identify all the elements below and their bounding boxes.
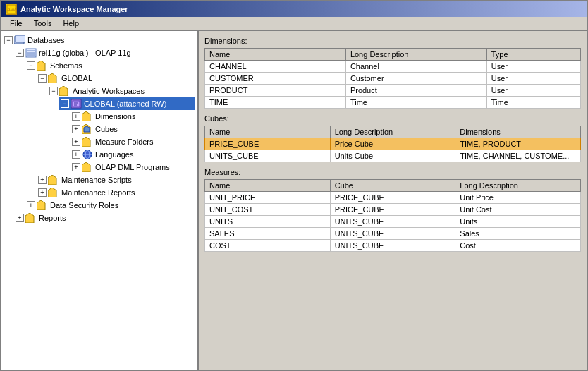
table-row[interactable]: CUSTOMER Customer User xyxy=(205,73,581,85)
cell-name: UNITS_CUBE xyxy=(205,150,331,162)
cell-desc: Time xyxy=(345,97,486,109)
expander-cubes[interactable]: + xyxy=(72,125,80,133)
schemas-icon xyxy=(37,60,48,71)
expander-dimensions[interactable]: + xyxy=(72,112,80,121)
measure-folders-icon xyxy=(82,136,93,147)
svg-rect-3 xyxy=(16,35,25,42)
cell-dims: TIME, PRODUCT xyxy=(455,138,581,150)
expander-databases[interactable]: − xyxy=(4,36,13,44)
tree-node-data-security[interactable]: + Data Security Roles xyxy=(25,199,195,212)
dimensions-section: Dimensions: Name Long Description Type C… xyxy=(204,37,581,109)
menu-help[interactable]: Help xyxy=(57,18,85,29)
reports-icon xyxy=(25,212,37,224)
table-row[interactable]: UNIT_PRICE PRICE_CUBE Unit Price xyxy=(205,192,581,204)
cell-desc: Channel xyxy=(345,61,486,73)
measures-section: Measures: Name Cube Long Description UNI… xyxy=(204,168,581,252)
expander-rel11g[interactable]: − xyxy=(16,49,24,57)
cell-type: Time xyxy=(486,97,580,109)
expander-measure-folders[interactable]: + xyxy=(72,138,80,146)
svg-marker-8 xyxy=(37,61,45,71)
main-window: AW Analytic Workspace Manager File Tools… xyxy=(0,0,588,371)
cubes-header-row: Name Long Description Dimensions xyxy=(205,126,581,138)
cell-cube: UNITS_CUBE xyxy=(330,216,455,228)
expander-maintenance-reports[interactable]: + xyxy=(38,188,47,197)
cubes-col-name: Name xyxy=(205,126,331,138)
measures-col-name: Name xyxy=(205,180,331,192)
dimensions-title: Dimensions: xyxy=(204,37,581,45)
right-panel: Dimensions: Name Long Description Type C… xyxy=(199,31,587,370)
table-row[interactable]: UNIT_COST PRICE_CUBE Unit Cost xyxy=(205,204,581,216)
svg-marker-19 xyxy=(82,137,90,147)
cell-name: SALES xyxy=(205,228,331,240)
expander-maintenance-scripts[interactable]: + xyxy=(38,176,47,184)
label-global-attached: GLOBAL (attached RW) xyxy=(84,99,166,108)
menu-file[interactable]: File xyxy=(4,18,28,29)
svg-marker-23 xyxy=(82,162,90,172)
table-row[interactable]: PRODUCT Product User xyxy=(205,85,581,97)
cell-dims: TIME, CHANNEL, CUSTOME... xyxy=(455,150,581,162)
cell-desc: Units xyxy=(455,216,581,228)
tree-node-dimensions[interactable]: + Dimensions xyxy=(71,110,195,123)
svg-marker-24 xyxy=(48,175,56,185)
tree-node-rel11g[interactable]: − rel11g (global) - OLAP 11g xyxy=(14,47,195,59)
data-security-icon xyxy=(37,200,48,211)
expander-global[interactable]: − xyxy=(38,74,47,83)
table-row[interactable]: TIME Time Time xyxy=(205,97,581,109)
tree-node-cubes[interactable]: + Cubes xyxy=(71,123,195,135)
tree-node-reports[interactable]: + Reports xyxy=(14,212,195,224)
expander-analytic-workspaces[interactable]: − xyxy=(49,87,58,95)
tree-node-maintenance-reports[interactable]: + Maintenance Reports xyxy=(37,186,195,199)
languages-icon xyxy=(82,149,93,160)
table-row[interactable]: UNITS_CUBE Units Cube TIME, CHANNEL, CUS… xyxy=(205,150,581,162)
tree-panel: − Databases − xyxy=(1,31,199,370)
expander-olap-dml[interactable]: + xyxy=(72,163,80,171)
expander-data-security[interactable]: + xyxy=(27,201,35,209)
cell-desc: Sales xyxy=(455,228,581,240)
tree-node-global[interactable]: − GLOBAL xyxy=(37,72,195,85)
label-rel11g: rel11g (global) - OLAP 11g xyxy=(39,49,131,57)
label-databases: Databases xyxy=(27,36,65,44)
tree-node-schemas[interactable]: − Schemas xyxy=(25,59,195,72)
cell-desc: Price Cube xyxy=(330,138,455,150)
svg-marker-9 xyxy=(48,73,56,83)
tree-node-databases[interactable]: − Databases xyxy=(3,34,195,47)
cubes-title: Cubes: xyxy=(204,114,581,123)
app-icon: AW xyxy=(6,4,17,15)
rel11g-icon xyxy=(25,47,37,59)
menu-tools[interactable]: Tools xyxy=(28,18,58,29)
dimensions-col-type: Type xyxy=(486,49,580,61)
window-title: Analytic Workspace Manager xyxy=(20,5,128,13)
expander-languages[interactable]: + xyxy=(72,150,80,159)
expander-schemas[interactable]: − xyxy=(27,61,35,70)
cell-type: User xyxy=(486,73,580,85)
svg-marker-18 xyxy=(84,126,90,132)
tree-node-analytic-workspaces[interactable]: − Analytic Workspaces xyxy=(48,85,195,97)
cell-cube: UNITS_CUBE xyxy=(330,240,455,252)
tree-node-maintenance-scripts[interactable]: + Maintenance Scripts xyxy=(37,174,195,186)
table-row[interactable]: SALES UNITS_CUBE Sales xyxy=(205,228,581,240)
tree-node-olap-dml[interactable]: + OLAP DML Programs xyxy=(71,161,195,174)
cell-name: CUSTOMER xyxy=(205,73,346,85)
cell-type: User xyxy=(486,85,580,97)
label-maintenance-reports: Maintenance Reports xyxy=(61,188,135,197)
label-measure-folders: Measure Folders xyxy=(95,138,154,146)
tree-node-measure-folders[interactable]: + Measure Folders xyxy=(71,135,195,148)
table-row[interactable]: CHANNEL Channel User xyxy=(205,61,581,73)
cell-cube: UNITS_CUBE xyxy=(330,228,455,240)
tree-container: − Databases − xyxy=(1,31,197,227)
label-cubes: Cubes xyxy=(95,125,118,133)
expander-global-attached[interactable]: − xyxy=(61,99,69,108)
table-row[interactable]: PRICE_CUBE Price Cube TIME, PRODUCT xyxy=(205,138,581,150)
tree-node-languages[interactable]: + Languages xyxy=(71,148,195,161)
cubes-col-dims: Dimensions xyxy=(455,126,581,138)
svg-marker-10 xyxy=(59,86,68,96)
table-row[interactable]: COST UNITS_CUBE Cost xyxy=(205,240,581,252)
label-schemas: Schemas xyxy=(50,61,82,70)
tree-node-global-attached[interactable]: − GLOBAL (attached RW) xyxy=(59,97,195,110)
cell-desc: Customer xyxy=(345,73,486,85)
label-languages: Languages xyxy=(95,150,133,159)
analytic-workspaces-icon xyxy=(59,85,71,97)
table-row[interactable]: UNITS UNITS_CUBE Units xyxy=(205,216,581,228)
expander-reports[interactable]: + xyxy=(16,214,24,222)
cubes-scroll: Name Long Description Dimensions PRICE_C… xyxy=(204,126,581,162)
